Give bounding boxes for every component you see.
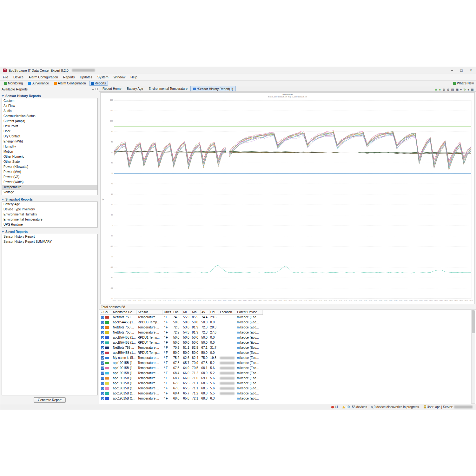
column-header-mi[interactable]: Mi... [182,310,191,314]
table-row[interactable]: NetBotz 750 ...Temperature ...° F72.353.… [100,325,263,330]
report-item-power-kva[interactable]: Power (kVA) [2,169,97,175]
chart-menu-caret-icon[interactable]: ▾ [460,88,462,91]
column-header-sensor[interactable]: Sensor [137,310,163,314]
column-header-del[interactable]: Del... [209,310,219,314]
table-row[interactable]: apc19015B (1...Temperature ...° F68.466.… [100,370,263,375]
report-item-communication-status[interactable]: Communication Status [2,114,97,119]
report-item-other-numeric[interactable]: Other Numeric [2,154,97,159]
minimize-button[interactable]: – [447,67,457,74]
column-header-parent-device[interactable]: Parent Device [236,310,263,314]
section-header-saved-reports[interactable]: Saved Reports [2,229,98,234]
menu-updates[interactable]: Updates [80,75,92,79]
marker-icon[interactable]: ● [439,88,441,91]
table-row[interactable]: NetBotz 750 ...Temperature ...° F74.355.… [100,314,263,320]
row-checkbox[interactable] [101,341,104,344]
report-item-temperature[interactable]: Temperature [2,185,97,190]
tab-report-home[interactable]: Report Home [100,86,124,91]
table-row[interactable]: apc19015B (1...Temperature ...° F67.865.… [100,386,263,391]
section-header-snapshot-reports[interactable]: Snapshot Reports [2,197,98,202]
report-item-ups-runtime[interactable]: UPS Runtime [2,222,97,227]
table-row[interactable]: apc19015B (1...Temperature ...° F67.865.… [100,380,263,386]
device-count[interactable]: 56 devices [352,405,367,409]
report-item-dry-contact[interactable]: Dry Contact [2,134,97,139]
row-checkbox[interactable] [101,392,104,395]
export-icon[interactable]: ▤ [451,88,454,91]
table-row[interactable]: apc19015B (1...Temperature ...° F67.865.… [100,360,263,365]
menu-reports[interactable]: Reports [63,75,75,79]
row-checkbox[interactable] [101,331,104,334]
column-header-col[interactable]: Col... [100,310,112,314]
report-item-power-kilowatts[interactable]: Power (Kilowatts) [2,164,97,169]
tab-battery-age[interactable]: Battery Age [124,86,146,91]
report-item-air-flow[interactable]: Air Flow [2,103,97,109]
table-row[interactable]: My name is Si...Temperature ...° F75.262… [100,355,263,360]
menu-device[interactable]: Device [13,75,23,79]
report-item-motion[interactable]: Motion [2,149,97,154]
minimize-panel-icon[interactable] [92,89,94,90]
section-header-sensor-history-reports[interactable]: Sensor History Reports [2,94,98,98]
chart-options-icon[interactable]: ◉ [435,88,438,91]
table-row[interactable]: NetBotz 750 ...Temperature ...° F72.954.… [100,330,263,335]
zoom-out-icon[interactable]: ⊖ [447,88,449,91]
tab-sensor-history-report-1[interactable]: *Sensor History Report(1) [190,86,236,91]
table-row[interactable]: apcB5A453 (1...RPDU1 Temp...° F50.050.05… [100,335,263,340]
table-row[interactable]: apcB5A453 (1...RPDU3 Temp...° F50.050.05… [100,320,263,325]
report-item-humidity[interactable]: Humidity [2,144,97,149]
report-item-power-watts[interactable]: Power (Watts) [2,180,97,185]
menu-window[interactable]: Window [114,75,125,79]
table-row[interactable]: apc19015B (1...Temperature ...° F68.766.… [100,375,263,380]
column-header-ma[interactable]: Ma... [191,310,200,314]
generate-report-button[interactable]: Generate Report [34,397,66,403]
report-item-battery-age[interactable]: Battery Age [2,202,97,207]
zoom-in-icon[interactable]: ⊕ [442,88,445,91]
report-item-audio[interactable]: Audio [2,109,97,114]
menu-help[interactable]: Help [130,75,137,79]
table-row[interactable]: apcB5A453 (1...RPDU2 Temp...° F50.050.05… [100,350,263,355]
row-checkbox[interactable] [101,382,104,385]
tab-environmental-temperature[interactable]: Environmental Temperature [146,86,190,91]
maximize-button[interactable]: □ [457,67,466,74]
row-checkbox[interactable] [101,367,104,370]
report-item-power-va[interactable]: Power (VA) [2,175,97,180]
row-checkbox[interactable] [101,372,104,375]
table-scrollbar[interactable] [471,310,475,404]
table-row[interactable]: apc19015B (1...Temperature ...° F67.564.… [100,365,263,370]
table-row[interactable]: apc19015B (1...Temperature ...° F68.065.… [100,396,263,401]
report-item-custom[interactable]: Custom [2,98,97,103]
report-item-current-amps[interactable]: Current (Amps) [2,119,97,124]
row-checkbox[interactable] [101,361,104,365]
critical-alarm-count[interactable]: 41 [335,405,338,409]
column-header-units[interactable]: Units [163,310,172,314]
row-checkbox[interactable] [101,321,104,324]
row-checkbox[interactable] [101,387,104,390]
perspective-surveillance[interactable]: Surveillance [26,81,51,86]
report-item-dew-point[interactable]: Dew Point [2,124,97,129]
table-row[interactable]: apcB5A453 (1...RPDU4 Temp...° F50.050.05… [100,340,263,345]
column-header-las[interactable]: Las... [172,310,182,314]
warning-alarm-count[interactable]: 10 [346,405,350,409]
report-item-door[interactable]: Door [2,129,97,134]
report-item-environmental-humidity[interactable]: Environmental Humidity [2,212,97,217]
table-row[interactable]: apc19015B (1...Temperature ...° F68.465.… [100,391,263,396]
report-item-sensor-history-report-summary[interactable]: Sensor History Report SUMMARY [2,239,97,244]
menu-file[interactable]: File [3,75,8,79]
row-checkbox[interactable] [101,326,104,329]
maximize-panel-icon[interactable] [96,88,98,90]
column-header-monitored-de[interactable]: Monitored De... [112,310,137,314]
print-icon[interactable]: ▣ [456,88,459,91]
report-item-device-type-inventory[interactable]: Device Type Inventory [2,207,97,212]
close-button[interactable]: × [466,67,476,74]
row-checkbox[interactable] [101,336,104,339]
report-item-environmental-temperature[interactable]: Environmental Temperature [2,217,97,222]
perspective-reports[interactable]: Reports [89,81,108,86]
report-item-other-state[interactable]: Other State [2,159,97,164]
column-header-av[interactable]: Av... [200,310,209,314]
menu-system[interactable]: System [97,75,109,79]
column-header-location[interactable]: Location [219,310,236,314]
perspective-alarm-configuration[interactable]: Alarm Configuration [52,81,88,86]
perspective-monitoring[interactable]: Monitoring [2,81,25,86]
menu-alarm-configuration[interactable]: Alarm Configuration [29,75,58,79]
row-checkbox[interactable] [101,356,104,360]
view-menu-caret-icon[interactable]: ▾ [468,88,469,91]
table-row[interactable]: NetBotz 755 ...Temperature ...° F70.951.… [100,345,263,350]
